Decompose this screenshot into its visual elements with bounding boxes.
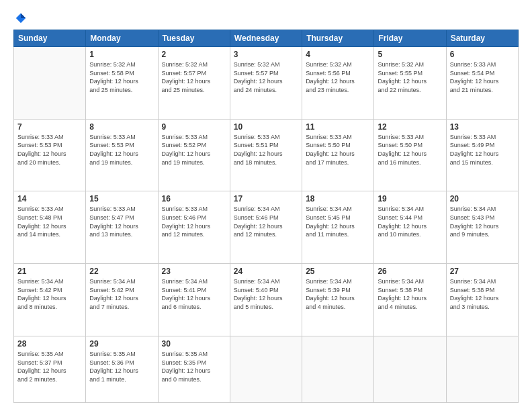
day-info: Sunrise: 5:33 AM Sunset: 5:52 PM Dayligh… [162,133,226,167]
day-info: Sunrise: 5:34 AM Sunset: 5:42 PM Dayligh… [17,277,82,311]
calendar-cell [14,47,86,120]
day-info: Sunrise: 5:35 AM Sunset: 5:35 PM Dayligh… [162,350,226,383]
day-info: Sunrise: 5:35 AM Sunset: 5:37 PM Dayligh… [17,350,82,383]
page: SundayMondayTuesdayWednesdayThursdayFrid… [0,0,532,411]
day-number: 9 [162,122,226,132]
calendar-cell [374,336,446,402]
day-number: 27 [450,267,515,276]
calendar-cell [446,336,518,402]
calendar-cell: 6Sunrise: 5:33 AM Sunset: 5:54 PM Daylig… [446,47,518,120]
day-number: 1 [89,50,154,59]
weekday-header-monday: Monday [86,30,158,47]
svg-marker-1 [21,13,26,18]
day-number: 21 [17,267,82,276]
day-info: Sunrise: 5:33 AM Sunset: 5:51 PM Dayligh… [234,133,298,167]
day-info: Sunrise: 5:33 AM Sunset: 5:49 PM Dayligh… [450,133,515,167]
day-number: 19 [378,194,442,203]
calendar-cell [302,336,374,402]
calendar-cell [230,336,302,402]
day-info: Sunrise: 5:33 AM Sunset: 5:46 PM Dayligh… [162,205,226,238]
day-number: 16 [162,194,226,203]
day-info: Sunrise: 5:34 AM Sunset: 5:38 PM Dayligh… [378,277,442,311]
day-info: Sunrise: 5:34 AM Sunset: 5:42 PM Dayligh… [89,277,154,311]
day-number: 15 [89,194,154,203]
calendar-cell: 3Sunrise: 5:32 AM Sunset: 5:57 PM Daylig… [230,47,302,120]
calendar-cell: 14Sunrise: 5:33 AM Sunset: 5:48 PM Dayli… [14,191,86,264]
week-row-4: 21Sunrise: 5:34 AM Sunset: 5:42 PM Dayli… [14,264,519,336]
calendar-cell: 30Sunrise: 5:35 AM Sunset: 5:35 PM Dayli… [158,336,230,402]
day-info: Sunrise: 5:34 AM Sunset: 5:38 PM Dayligh… [450,277,515,311]
calendar-cell: 27Sunrise: 5:34 AM Sunset: 5:38 PM Dayli… [446,264,518,336]
day-info: Sunrise: 5:34 AM Sunset: 5:46 PM Dayligh… [234,205,298,238]
day-number: 11 [306,122,370,132]
calendar-cell: 5Sunrise: 5:32 AM Sunset: 5:55 PM Daylig… [374,47,446,120]
day-number: 20 [450,194,515,203]
weekday-header-sunday: Sunday [14,30,86,47]
day-number: 26 [378,267,442,276]
day-info: Sunrise: 5:33 AM Sunset: 5:54 PM Dayligh… [450,60,515,94]
calendar-cell: 10Sunrise: 5:33 AM Sunset: 5:51 PM Dayli… [230,119,302,191]
calendar-cell: 18Sunrise: 5:34 AM Sunset: 5:45 PM Dayli… [302,191,374,264]
calendar-cell: 2Sunrise: 5:32 AM Sunset: 5:57 PM Daylig… [158,47,230,120]
day-info: Sunrise: 5:34 AM Sunset: 5:43 PM Dayligh… [450,205,515,238]
day-number: 8 [89,122,154,132]
week-row-1: 1Sunrise: 5:32 AM Sunset: 5:58 PM Daylig… [14,47,519,120]
calendar-cell: 15Sunrise: 5:33 AM Sunset: 5:47 PM Dayli… [86,191,158,264]
week-row-2: 7Sunrise: 5:33 AM Sunset: 5:53 PM Daylig… [14,119,519,191]
calendar-cell: 24Sunrise: 5:34 AM Sunset: 5:40 PM Dayli… [230,264,302,336]
calendar-cell: 20Sunrise: 5:34 AM Sunset: 5:43 PM Dayli… [446,191,518,264]
calendar-cell: 4Sunrise: 5:32 AM Sunset: 5:56 PM Daylig… [302,47,374,120]
calendar-cell: 7Sunrise: 5:33 AM Sunset: 5:53 PM Daylig… [14,119,86,191]
calendar-cell: 17Sunrise: 5:34 AM Sunset: 5:46 PM Dayli… [230,191,302,264]
calendar-cell: 26Sunrise: 5:34 AM Sunset: 5:38 PM Dayli… [374,264,446,336]
day-number: 3 [234,50,298,59]
day-info: Sunrise: 5:35 AM Sunset: 5:36 PM Dayligh… [89,350,154,383]
day-info: Sunrise: 5:32 AM Sunset: 5:57 PM Dayligh… [162,60,226,94]
day-info: Sunrise: 5:34 AM Sunset: 5:45 PM Dayligh… [306,205,370,238]
calendar-cell: 12Sunrise: 5:33 AM Sunset: 5:50 PM Dayli… [374,119,446,191]
day-number: 29 [89,339,154,349]
day-info: Sunrise: 5:34 AM Sunset: 5:44 PM Dayligh… [378,205,442,238]
day-number: 25 [306,267,370,276]
calendar-cell: 21Sunrise: 5:34 AM Sunset: 5:42 PM Dayli… [14,264,86,336]
calendar: SundayMondayTuesdayWednesdayThursdayFrid… [13,30,519,403]
day-number: 24 [234,267,298,276]
day-number: 30 [162,339,226,349]
day-number: 10 [234,122,298,132]
day-info: Sunrise: 5:33 AM Sunset: 5:53 PM Dayligh… [17,133,82,167]
day-info: Sunrise: 5:32 AM Sunset: 5:57 PM Dayligh… [234,60,298,94]
day-info: Sunrise: 5:34 AM Sunset: 5:40 PM Dayligh… [234,277,298,311]
weekday-header-thursday: Thursday [302,30,374,47]
day-info: Sunrise: 5:33 AM Sunset: 5:47 PM Dayligh… [89,205,154,238]
day-number: 12 [378,122,442,132]
calendar-cell: 11Sunrise: 5:33 AM Sunset: 5:50 PM Dayli… [302,119,374,191]
day-info: Sunrise: 5:34 AM Sunset: 5:41 PM Dayligh… [162,277,226,311]
calendar-cell: 22Sunrise: 5:34 AM Sunset: 5:42 PM Dayli… [86,264,158,336]
calendar-cell: 23Sunrise: 5:34 AM Sunset: 5:41 PM Dayli… [158,264,230,336]
day-info: Sunrise: 5:34 AM Sunset: 5:39 PM Dayligh… [306,277,370,311]
day-number: 17 [234,194,298,203]
day-number: 13 [450,122,515,132]
calendar-cell: 16Sunrise: 5:33 AM Sunset: 5:46 PM Dayli… [158,191,230,264]
day-number: 5 [378,50,442,59]
calendar-cell: 13Sunrise: 5:33 AM Sunset: 5:49 PM Dayli… [446,119,518,191]
weekday-header-saturday: Saturday [446,30,518,47]
day-info: Sunrise: 5:33 AM Sunset: 5:50 PM Dayligh… [306,133,370,167]
week-row-5: 28Sunrise: 5:35 AM Sunset: 5:37 PM Dayli… [14,336,519,402]
calendar-cell: 25Sunrise: 5:34 AM Sunset: 5:39 PM Dayli… [302,264,374,336]
day-info: Sunrise: 5:32 AM Sunset: 5:55 PM Dayligh… [378,60,442,94]
header [13,12,519,24]
weekday-header-row: SundayMondayTuesdayWednesdayThursdayFrid… [14,30,519,47]
calendar-cell: 29Sunrise: 5:35 AM Sunset: 5:36 PM Dayli… [86,336,158,402]
day-number: 28 [17,339,82,349]
calendar-cell: 9Sunrise: 5:33 AM Sunset: 5:52 PM Daylig… [158,119,230,191]
day-number: 14 [17,194,82,203]
calendar-cell: 19Sunrise: 5:34 AM Sunset: 5:44 PM Dayli… [374,191,446,264]
day-number: 18 [306,194,370,203]
day-number: 4 [306,50,370,59]
calendar-cell: 28Sunrise: 5:35 AM Sunset: 5:37 PM Dayli… [14,336,86,402]
day-number: 7 [17,122,82,132]
calendar-cell: 1Sunrise: 5:32 AM Sunset: 5:58 PM Daylig… [86,47,158,120]
weekday-header-friday: Friday [374,30,446,47]
day-info: Sunrise: 5:33 AM Sunset: 5:48 PM Dayligh… [17,205,82,238]
